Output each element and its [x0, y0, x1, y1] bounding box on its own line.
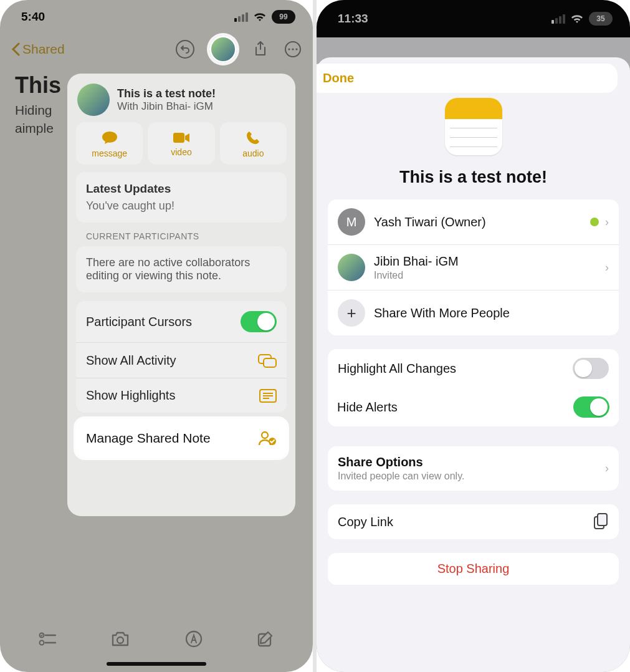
sheet-title: This is a test note! — [322, 163, 625, 199]
nav-bar: Shared — [0, 34, 313, 65]
manage-shared-note-row[interactable]: Manage Shared Note — [76, 419, 287, 458]
invitee-avatar — [338, 254, 365, 281]
show-activity-row[interactable]: Show All Activity — [76, 342, 287, 378]
participant-cursors-row[interactable]: Participant Cursors — [76, 301, 287, 342]
battery-icon: 35 — [589, 12, 613, 26]
hide-alerts-toggle[interactable] — [573, 396, 609, 418]
status-time: 11:33 — [338, 12, 368, 26]
owner-avatar: M — [338, 208, 365, 236]
done-button[interactable]: Done — [317, 66, 615, 90]
compose-icon[interactable] — [257, 630, 274, 648]
cellular-icon — [551, 14, 565, 24]
chevron-right-icon: › — [605, 462, 609, 475]
markup-icon[interactable] — [185, 630, 203, 648]
status-bar: 11:33 35 — [317, 0, 630, 37]
popover-title: This is a test note! — [117, 87, 216, 100]
stop-sharing-row[interactable]: Stop Sharing — [328, 553, 619, 585]
battery-icon: 99 — [272, 10, 295, 24]
share-icon[interactable] — [252, 41, 269, 58]
people-group: M Yash Tiwari (Owner) › Jibin Bhai- iGM … — [328, 199, 619, 335]
collaboration-popover: This is a test note! With Jibin Bhai- iG… — [67, 74, 295, 516]
right-screenshot: 11:33 35 Done This is a test note! — [317, 0, 630, 672]
cellular-icon — [234, 12, 248, 22]
status-bar: 5:40 99 — [0, 0, 313, 34]
svg-point-2 — [292, 48, 294, 50]
phone-icon — [246, 131, 260, 145]
wifi-icon — [570, 14, 584, 24]
show-highlights-row[interactable]: Show Highlights — [76, 378, 287, 413]
online-dot-icon — [590, 218, 599, 226]
message-button[interactable]: message — [76, 122, 143, 165]
svg-point-1 — [288, 48, 290, 50]
popover-subtitle: With Jibin Bhai- iGM — [117, 100, 216, 113]
latest-updates-card[interactable]: Latest Updates You've caught up! — [76, 172, 287, 223]
chevron-right-icon: › — [605, 261, 609, 274]
highlight-changes-row[interactable]: Highlight All Changes — [328, 349, 619, 388]
wifi-icon — [253, 12, 267, 22]
svg-point-17 — [117, 637, 123, 643]
notes-app-icon — [445, 98, 502, 155]
svg-point-11 — [262, 432, 268, 438]
video-icon — [173, 132, 190, 143]
copy-link-group: Copy Link — [328, 504, 619, 539]
svg-rect-6 — [264, 358, 276, 367]
cursors-toggle[interactable] — [241, 311, 277, 332]
options-group: Highlight All Changes Hide Alerts — [328, 349, 619, 426]
home-indicator[interactable] — [107, 662, 206, 666]
undo-icon[interactable] — [176, 40, 194, 59]
highlights-icon — [259, 389, 277, 403]
message-icon — [102, 131, 118, 145]
video-button[interactable]: video — [148, 122, 214, 165]
checklist-icon[interactable] — [39, 631, 56, 646]
svg-point-3 — [295, 48, 297, 50]
share-options-row[interactable]: Share Options Invited people can view on… — [328, 446, 619, 491]
invitee-row[interactable]: Jibin Bhai- iGM Invited › — [328, 244, 619, 290]
left-screenshot: 5:40 99 Shared This Hiding — [0, 0, 313, 672]
plus-icon: + — [338, 299, 365, 327]
popover-avatar — [77, 84, 110, 116]
copy-link-row[interactable]: Copy Link — [328, 504, 619, 539]
manage-sheet: Done This is a test note! M Yash Tiwari … — [317, 57, 630, 672]
back-button[interactable]: Shared — [11, 42, 65, 57]
svg-rect-4 — [173, 133, 184, 143]
stop-sharing-group: Stop Sharing — [328, 553, 619, 585]
activity-icon — [258, 353, 277, 368]
participants-caption: CURRENT PARTICIPANTS — [86, 231, 287, 241]
more-icon[interactable] — [284, 41, 302, 58]
copy-icon — [593, 513, 609, 530]
back-label: Shared — [22, 42, 65, 57]
audio-button[interactable]: audio — [220, 122, 287, 165]
highlight-changes-toggle[interactable] — [573, 358, 609, 379]
participants-card: There are no active collaborators editin… — [76, 246, 287, 292]
collaborator-avatar[interactable] — [209, 36, 237, 63]
svg-point-15 — [39, 641, 44, 645]
owner-row[interactable]: M Yash Tiwari (Owner) › — [328, 199, 619, 244]
chevron-left-icon — [11, 42, 20, 56]
hide-alerts-row[interactable]: Hide Alerts — [328, 388, 619, 426]
svg-rect-21 — [598, 514, 607, 526]
share-more-row[interactable]: + Share With More People — [328, 290, 619, 335]
chevron-right-icon: › — [605, 216, 609, 229]
manage-icon — [258, 430, 277, 446]
share-options-group: Share Options Invited people can view on… — [328, 446, 619, 491]
status-time: 5:40 — [21, 10, 45, 24]
options-list: Participant Cursors Show All Activity Sh… — [76, 301, 287, 413]
camera-icon[interactable] — [110, 631, 130, 647]
